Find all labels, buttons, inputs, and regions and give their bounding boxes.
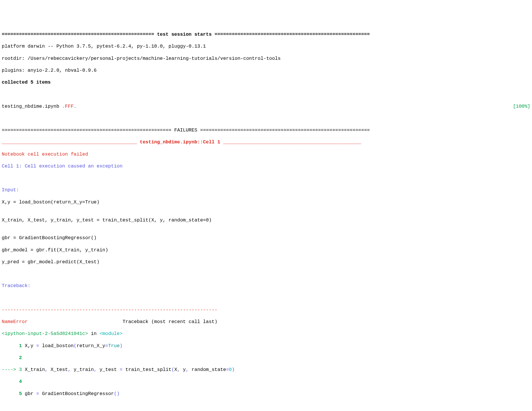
cell1-code-l5: 5 gbr = GradientBoostingRegressor() [2, 391, 530, 397]
platform-line: platform darwin -- Python 3.7.5, pytest-… [2, 44, 530, 50]
progress-line: testing_nbdime.ipynb .FFF.[100%] [2, 104, 530, 110]
cell1-input-5: gbr_model = gbr.fit(X_train, y_train) [2, 247, 530, 253]
cell1-traceback-label: Traceback: [2, 283, 530, 289]
cell1-tb-header: NameError Traceback (most recent call la… [2, 319, 530, 325]
pytest-output: ========================================… [2, 26, 530, 411]
cell1-msg: Cell 1: Cell execution caused an excepti… [2, 163, 530, 170]
plugins-line: plugins: anyio-2.2.0, nbval-0.9.6 [2, 68, 530, 74]
cell1-exec-failed: Notebook cell execution failed [2, 152, 530, 158]
cell1-tb-divider: ----------------------------------------… [2, 307, 530, 313]
collected-line: collected 5 items [2, 80, 530, 86]
cell1-input-label: Input: [2, 187, 530, 193]
cell1-ipython-ref: <ipython-input-2-5a5d8241041c> in <modul… [2, 331, 530, 337]
cell1-code-l1: 1 X,y = load_boston(return_X_y=True) [2, 343, 530, 349]
rootdir-line: rootdir: /Users/rebeccavickery/personal-… [2, 56, 530, 62]
percent: [100%] [513, 104, 530, 110]
failures-header: ========================================… [2, 127, 530, 134]
cell1-input-2: X_train, X_test, y_train, y_test = train… [2, 217, 530, 223]
cell1-code-l4: 4 [2, 379, 530, 385]
session-start-header: ========================================… [2, 32, 530, 38]
cell1-input-4: gbr = GradientBoostingRegressor() [2, 235, 530, 241]
cell1-code-l2: 2 [2, 355, 530, 361]
cell1-input-0: X,y = load_boston(return_X_y=True) [2, 199, 530, 206]
cell1-code-l3: ----> 3 X_train, X_test, y_train, y_test… [2, 367, 530, 373]
cell1-input-6: y_pred = gbr_model.predict(X_test) [2, 259, 530, 265]
cell1-separator: ________________________________________… [2, 139, 530, 145]
